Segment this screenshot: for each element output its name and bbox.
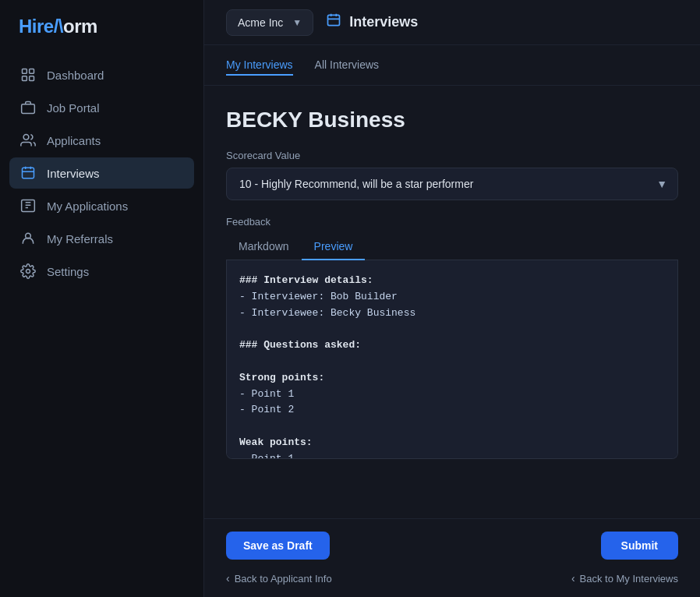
tab-preview[interactable]: Preview <box>302 234 366 260</box>
svg-rect-6 <box>23 168 34 178</box>
dashboard-icon <box>20 67 36 83</box>
my-applications-icon <box>20 198 36 214</box>
svg-rect-3 <box>30 76 34 81</box>
svg-rect-0 <box>23 69 27 74</box>
company-name: Acme Inc <box>238 16 283 29</box>
applicants-icon <box>20 132 36 148</box>
main-content: Acme Inc ▼ Interviews My Interviews All … <box>204 0 700 597</box>
back-to-interviews-link[interactable]: ‹ Back to My Interviews <box>571 572 678 585</box>
chevron-left-icon-2: ‹ <box>571 572 575 585</box>
page-title: BECKY Business <box>226 108 678 132</box>
sidebar-item-interviews[interactable]: Interviews <box>9 157 194 189</box>
back-interviews-label: Back to My Interviews <box>580 573 678 585</box>
scorecard-label: Scorecard Value <box>226 150 678 161</box>
sidebar-item-my-referrals[interactable]: My Referrals <box>9 223 194 254</box>
sidebar-item-interviews-label: Interviews <box>47 167 100 180</box>
scorecard-select[interactable]: 10 - Highly Recommend, will be a star pe… <box>226 168 678 200</box>
svg-point-9 <box>27 270 30 274</box>
submit-button[interactable]: Submit <box>601 532 678 560</box>
sub-nav: My Interviews All Interviews <box>204 45 700 86</box>
feedback-label: Feedback <box>226 216 678 228</box>
svg-rect-10 <box>328 15 340 25</box>
sidebar: Hire/\orm Dashboard Job Portal <box>0 0 204 597</box>
feedback-editor[interactable]: ### Interview details: - Interviewer: Bo… <box>226 260 678 459</box>
svg-rect-1 <box>30 69 34 74</box>
back-to-applicant-link[interactable]: ‹ Back to Applicant Info <box>226 572 332 585</box>
tab-all-interviews[interactable]: All Interviews <box>315 55 379 76</box>
header: Acme Inc ▼ Interviews <box>204 0 700 45</box>
logo-norm: orm <box>63 16 97 37</box>
settings-icon <box>20 263 36 279</box>
tab-my-interviews[interactable]: My Interviews <box>226 55 293 76</box>
sidebar-nav: Dashboard Job Portal Applicants <box>0 53 203 293</box>
scorecard-wrapper: 10 - Highly Recommend, will be a star pe… <box>226 168 678 200</box>
svg-rect-4 <box>22 104 35 114</box>
save-draft-button[interactable]: Save as Draft <box>226 532 330 560</box>
sidebar-item-my-applications-label: My Applications <box>47 200 128 213</box>
sidebar-item-settings[interactable]: Settings <box>9 256 194 287</box>
sidebar-item-applicants-label: Applicants <box>47 134 101 147</box>
header-page-title: Interviews <box>326 12 418 32</box>
svg-rect-7 <box>22 200 35 212</box>
sidebar-item-dashboard[interactable]: Dashboard <box>9 59 194 90</box>
sidebar-item-job-portal-label: Job Portal <box>47 101 100 115</box>
sidebar-item-applicants[interactable]: Applicants <box>9 125 194 156</box>
interviews-icon <box>20 165 36 181</box>
back-applicant-label: Back to Applicant Info <box>235 573 332 585</box>
tab-markdown[interactable]: Markdown <box>226 234 302 260</box>
company-dropdown[interactable]: Acme Inc ▼ <box>226 9 313 36</box>
logo: Hire/\orm <box>0 0 203 53</box>
content-area: BECKY Business Scorecard Value 10 - High… <box>204 86 700 518</box>
sidebar-item-my-referrals-label: My Referrals <box>47 232 113 246</box>
job-portal-icon <box>20 100 36 115</box>
header-title: Interviews <box>349 14 418 30</box>
feedback-section: Feedback Markdown Preview ### Interview … <box>226 216 678 459</box>
sidebar-item-dashboard-label: Dashboard <box>47 69 104 82</box>
feedback-tabs: Markdown Preview <box>226 234 678 260</box>
my-referrals-icon <box>20 231 36 246</box>
bottom-actions: Save as Draft Submit <box>226 532 678 560</box>
sidebar-item-job-portal[interactable]: Job Portal <box>9 92 194 123</box>
logo-hire: Hire <box>19 16 54 37</box>
logo-slash: /\ <box>54 16 63 37</box>
interviews-header-icon <box>326 12 341 32</box>
bottom-bar: Save as Draft Submit ‹ Back to Applicant… <box>204 518 700 597</box>
svg-point-5 <box>23 135 29 140</box>
sidebar-item-my-applications[interactable]: My Applications <box>9 190 194 221</box>
chevron-left-icon: ‹ <box>226 572 230 585</box>
scorecard-field: Scorecard Value 10 - Highly Recommend, w… <box>226 150 678 216</box>
svg-rect-2 <box>23 76 27 81</box>
chevron-down-icon: ▼ <box>292 17 302 28</box>
sidebar-item-settings-label: Settings <box>47 265 89 278</box>
bottom-nav: ‹ Back to Applicant Info ‹ Back to My In… <box>226 572 678 585</box>
